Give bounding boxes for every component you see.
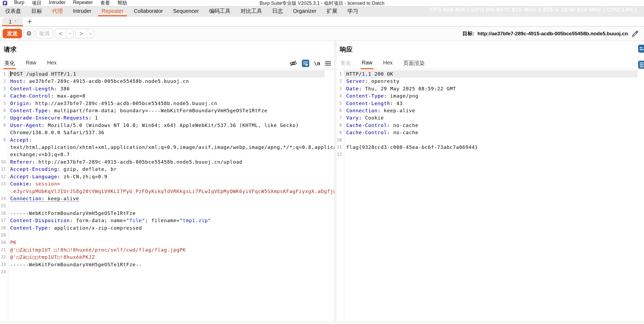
- request-line-content: @'□Zà□í□□tmp1UT□!8huxèèPKJZ: [8, 253, 325, 261]
- line-number: 9: [0, 136, 8, 144]
- inspector-expand-icon[interactable]: [638, 45, 644, 53]
- response-tab-Hex[interactable]: Hex: [383, 57, 393, 69]
- history-forward-group: > ▼: [75, 29, 94, 38]
- response-tab-美化[interactable]: 美化: [340, 57, 352, 69]
- request-line-content: ------WebKitFormBoundaryVmH5geOSTe1RtFze: [8, 210, 325, 217]
- response-line-3: 3Date: Thu, 29 May 2025 08:59:22 GMT: [336, 85, 644, 92]
- line-number: 2: [336, 78, 344, 85]
- tab-label: 1: [9, 19, 12, 25]
- response-line-content: flag{9328ccd3-c000-45ea-bc6f-73abc7a0694…: [344, 144, 638, 151]
- history-back-dropdown[interactable]: ▼: [66, 29, 73, 38]
- tool-tabbar: 仪表盘目标代理IntruderRepeaterCollaboratorSeque…: [0, 6, 644, 17]
- line-number: 24: [0, 268, 8, 275]
- burp-logo-icon: [3, 1, 7, 5]
- request-line-content: Host: ae37bfe7-289c-4915-acdb-005bce5545…: [8, 78, 325, 85]
- cancel-button[interactable]: 取消: [36, 29, 53, 38]
- newline-display-toggle-icon[interactable]: \n: [314, 60, 320, 67]
- tool-tab-目标[interactable]: 目标: [26, 6, 47, 16]
- line-number: 6: [336, 107, 344, 114]
- editor-menu-icon[interactable]: [325, 61, 331, 66]
- line-number: 1: [336, 70, 344, 78]
- menu-item-查看[interactable]: 查看: [97, 0, 114, 6]
- soft-wrap-toggle-icon[interactable]: [302, 60, 309, 67]
- request-line-content: Content-Type: multipart/form-data; bound…: [8, 107, 325, 114]
- history-forward-button[interactable]: >: [76, 29, 87, 38]
- response-line-6: 6Connection: keep-alive: [336, 107, 644, 114]
- request-line-content: Accept-Encoding: gzip, deflate, br: [8, 165, 325, 173]
- tool-tab-扩展[interactable]: 扩展: [322, 6, 342, 16]
- history-back-button[interactable]: <: [55, 29, 66, 38]
- line-number: 3: [336, 85, 344, 92]
- tool-tab-Organizer[interactable]: Organizer: [288, 6, 322, 16]
- window-title: Burp Suite专业版 V2025.3.1 - 临时项目 - license…: [260, 0, 384, 6]
- response-line-content: [344, 136, 638, 144]
- request-line-content: Referer: http://ae37bfe7-289c-4915-acdb-…: [8, 158, 325, 165]
- show-nonprintable-toggle-icon[interactable]: [289, 60, 297, 67]
- request-line-14: 14Connection: keep-alive: [0, 195, 334, 202]
- request-line-1: 1POST /upload HTTP/1.1: [0, 70, 334, 78]
- target-url[interactable]: http://ae37bfe7-289c-4915-acdb-005bce554…: [477, 31, 628, 37]
- request-line-19: 19: [0, 232, 334, 239]
- response-line-2: 2Server: openresty: [336, 78, 644, 85]
- target-label: 目标:: [462, 30, 474, 37]
- response-line-content: Connection: keep-alive: [344, 107, 638, 114]
- history-forward-dropdown[interactable]: ▼: [87, 29, 94, 38]
- request-line-21: 21@'□Zà□ítmp1UT □!8h□!8huxèè/proc/self/c…: [0, 246, 334, 253]
- inspector-menu-icon[interactable]: [638, 61, 644, 69]
- add-tab-button[interactable]: +: [27, 18, 32, 26]
- request-line-content: Cookie: session=​.eJyrVspMUbKqVlJIUrJS8g…: [8, 180, 334, 195]
- tool-tab-对比工具[interactable]: 对比工具: [236, 6, 267, 16]
- tool-tab-Sequencer[interactable]: Sequencer: [168, 6, 204, 16]
- request-tab-Hex[interactable]: Hex: [47, 57, 57, 69]
- line-number: 8: [336, 122, 344, 129]
- request-line-18: 18Content-Type: application/x-zip-compre…: [0, 224, 334, 232]
- request-line-content: PK: [8, 239, 325, 246]
- response-editor[interactable]: 1HTTP/1.1 200 OK2Server: openresty3Date:…: [336, 70, 644, 322]
- edit-target-pencil-icon[interactable]: [631, 30, 639, 38]
- request-tab-美化[interactable]: 美化: [4, 57, 16, 69]
- line-number: 8: [0, 122, 8, 129]
- tool-tab-Repeater[interactable]: Repeater: [97, 6, 129, 16]
- tool-tab-代理[interactable]: 代理: [47, 6, 68, 16]
- target-bar: 目标: http://ae37bfe7-289c-4915-acdb-005bc…: [462, 30, 639, 38]
- request-tab-Raw[interactable]: Raw: [25, 57, 37, 69]
- menu-item-Intruder[interactable]: Intruder: [45, 0, 69, 6]
- request-line-8: 8User-Agent: Mozilla/5.0 (Windows NT 10.…: [0, 122, 334, 136]
- request-line-16: 16------WebKitFormBoundaryVmH5geOSTe1RtF…: [0, 210, 334, 217]
- line-number: 3: [0, 85, 8, 92]
- response-panel-title: 响应: [340, 45, 353, 54]
- response-line-12: 12: [336, 151, 644, 158]
- request-line-9: 9Accept: text/html,application/xhtml+xml…: [0, 136, 334, 158]
- request-line-3: 3Content-Length: 386: [0, 85, 334, 92]
- request-line-content: Accept-Language: zh-CN,zh;q=0.9: [8, 173, 325, 180]
- request-line-13: 13Cookie: session=​.eJyrVspMUbKqVlJIUrJS…: [0, 180, 334, 195]
- request-line-content: Accept: text/html,application/xhtml+xml,…: [8, 136, 334, 158]
- tool-tab-Collaborator[interactable]: Collaborator: [129, 6, 168, 16]
- response-line-content: [344, 151, 638, 158]
- request-editor[interactable]: 1POST /upload HTTP/1.12Host: ae37bfe7-28…: [0, 70, 334, 322]
- menu-item-项目[interactable]: 项目: [28, 0, 45, 6]
- response-panel: 响应 美化RawHex页面渲染 1HTTP/1.1 200 OK2Server:…: [336, 41, 644, 322]
- line-number: 5: [0, 100, 8, 107]
- menu-item-Burp[interactable]: Burp: [10, 0, 28, 6]
- tool-tab-学习[interactable]: 学习: [342, 6, 363, 16]
- request-line-7: 7Upgrade-Insecure-Requests: 1: [0, 114, 334, 121]
- send-button[interactable]: 发送: [3, 29, 22, 38]
- response-tab-Raw[interactable]: Raw: [361, 57, 373, 69]
- tool-tab-Intruder[interactable]: Intruder: [68, 6, 97, 16]
- request-line-20: 20PK: [0, 239, 334, 246]
- menu-item-帮助[interactable]: 帮助: [114, 0, 131, 6]
- line-number: 4: [0, 92, 8, 99]
- menu-item-Repeater[interactable]: Repeater: [69, 0, 97, 6]
- response-line-content: Content-Length: 43: [344, 100, 638, 107]
- response-line-7: 7Vary: Cookie: [336, 114, 644, 121]
- tool-tab-仪表盘[interactable]: 仪表盘: [0, 6, 26, 16]
- send-settings-button[interactable]: ⚙: [24, 29, 34, 38]
- menubar-items: Burp项目IntruderRepeater查看帮助: [10, 0, 131, 6]
- tool-tab-日志[interactable]: 日志: [267, 6, 288, 16]
- tab-close-icon[interactable]: ×: [14, 19, 17, 23]
- repeater-tab-1[interactable]: 1 ×: [2, 17, 23, 26]
- response-tab-页面渲染[interactable]: 页面渲染: [403, 57, 425, 69]
- tool-tab-编码工具[interactable]: 编码工具: [204, 6, 236, 16]
- request-line-content: [8, 268, 325, 275]
